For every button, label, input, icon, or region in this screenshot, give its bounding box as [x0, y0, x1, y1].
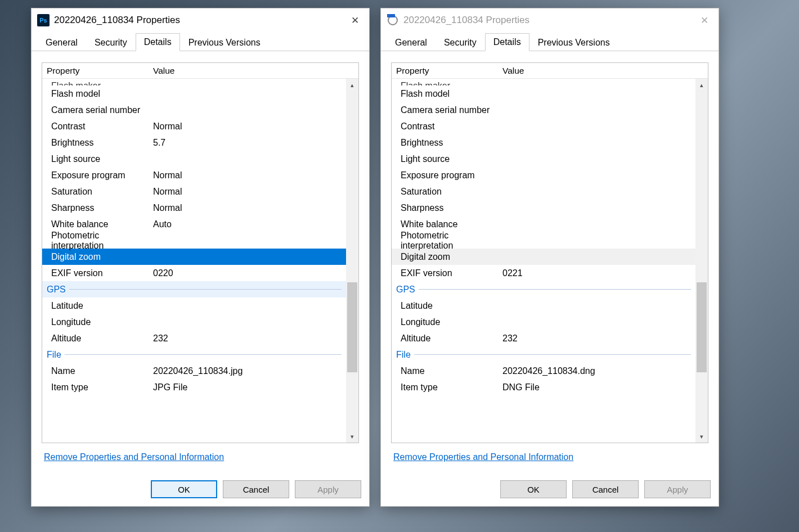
property-value: DNG File — [501, 382, 695, 393]
table-row[interactable]: Digital zoom — [392, 249, 695, 265]
table-row[interactable]: Longitude — [392, 314, 695, 330]
property-value: 20220426_110834.dng — [501, 366, 695, 376]
table-row[interactable]: Flash model — [392, 85, 695, 102]
grid-header[interactable]: PropertyValue — [42, 63, 358, 79]
property-name: Exposure program — [396, 170, 501, 181]
tab-details[interactable]: Details — [136, 33, 180, 51]
scroll-track[interactable] — [346, 91, 358, 430]
scroll-up-icon[interactable]: ▴ — [346, 79, 358, 91]
property-name: Brightness — [47, 138, 152, 148]
table-row[interactable]: Exposure programNormal — [42, 167, 346, 183]
close-icon[interactable]: ✕ — [347, 12, 363, 29]
property-name: Sharpness — [47, 203, 152, 213]
tab-security[interactable]: Security — [436, 34, 485, 51]
tab-strip: GeneralSecurityDetailsPrevious Versions — [381, 32, 719, 51]
table-row[interactable]: SaturationNormal — [42, 183, 346, 200]
table-row[interactable]: Item typeJPG File — [42, 379, 346, 395]
tab-previous-versions[interactable]: Previous Versions — [529, 34, 618, 51]
property-name: White balance — [47, 219, 152, 229]
table-row[interactable]: Brightness — [392, 134, 695, 151]
column-header-property[interactable]: Property — [42, 66, 152, 76]
scrollbar[interactable]: ▴▾ — [695, 79, 708, 443]
group-header[interactable]: GPS — [42, 281, 346, 297]
scroll-down-icon[interactable]: ▾ — [346, 430, 358, 443]
property-value: 20220426_110834.jpg — [152, 366, 346, 376]
titlebar[interactable]: 20220426_110834 Properties✕ — [381, 8, 719, 32]
property-name: Flash model — [396, 89, 501, 99]
table-row[interactable]: ContrastNormal — [42, 118, 346, 134]
table-row[interactable]: Saturation — [392, 183, 695, 200]
table-row[interactable]: Brightness5.7 — [42, 134, 346, 151]
table-row[interactable]: Light source — [42, 151, 346, 167]
table-row[interactable]: EXIF version0220 — [42, 265, 346, 281]
property-name: Item type — [47, 382, 152, 393]
scroll-up-icon[interactable]: ▴ — [695, 79, 708, 91]
property-name: Contrast — [396, 121, 501, 132]
property-name: Photometric interpretation — [396, 231, 501, 251]
tab-security[interactable]: Security — [86, 34, 136, 51]
table-row[interactable]: Camera serial number — [42, 102, 346, 118]
scroll-thumb[interactable] — [347, 282, 357, 372]
table-row[interactable]: Sharpness — [392, 200, 695, 216]
table-row[interactable]: Longitude — [42, 314, 346, 330]
column-header-value[interactable]: Value — [152, 66, 358, 76]
grid-header[interactable]: PropertyValue — [392, 63, 708, 79]
divider-line — [414, 354, 691, 355]
table-row[interactable]: SharpnessNormal — [42, 200, 346, 216]
remove-properties-link[interactable]: Remove Properties and Personal Informati… — [393, 452, 708, 462]
property-name: Light source — [396, 154, 501, 164]
scrollbar[interactable]: ▴▾ — [346, 79, 358, 443]
ok-button[interactable]: OK — [500, 480, 567, 498]
group-header[interactable]: File — [42, 346, 346, 363]
property-name: Sharpness — [396, 203, 501, 213]
tab-general[interactable]: General — [387, 34, 436, 51]
table-row[interactable]: Flash maker — [42, 79, 346, 85]
table-row[interactable]: Contrast — [392, 118, 695, 134]
dng-icon — [387, 14, 399, 26]
divider-line — [419, 289, 691, 290]
table-row[interactable]: Photometric interpretation — [42, 232, 346, 249]
table-row[interactable]: Flash maker — [392, 79, 695, 85]
table-row[interactable]: Name20220426_110834.jpg — [42, 363, 346, 379]
property-name: Item type — [396, 382, 501, 393]
table-row[interactable]: Photometric interpretation — [392, 232, 695, 249]
cancel-button[interactable]: Cancel — [572, 480, 639, 498]
group-header[interactable]: File — [392, 346, 695, 363]
table-row[interactable]: Altitude232 — [42, 330, 346, 346]
table-row[interactable]: Digital zoom — [42, 249, 346, 265]
table-row[interactable]: EXIF version0221 — [392, 265, 695, 281]
table-row[interactable]: Exposure program — [392, 167, 695, 183]
close-icon[interactable]: ✕ — [696, 12, 713, 29]
group-header[interactable]: GPS — [392, 281, 695, 297]
property-name: Photometric interpretation — [47, 231, 152, 251]
property-name: Longitude — [47, 317, 152, 327]
table-row[interactable]: Flash model — [42, 85, 346, 102]
table-row[interactable]: Latitude — [42, 297, 346, 314]
titlebar[interactable]: Ps20220426_110834 Properties✕ — [32, 8, 369, 32]
ok-button[interactable]: OK — [151, 480, 217, 498]
group-label: GPS — [47, 285, 69, 295]
window-title: 20220426_110834 Properties — [54, 15, 342, 26]
ps-icon: Ps — [37, 14, 50, 26]
scroll-thumb[interactable] — [697, 282, 707, 372]
table-row[interactable]: Camera serial number — [392, 102, 695, 118]
table-row[interactable]: Item typeDNG File — [392, 379, 695, 395]
scroll-down-icon[interactable]: ▾ — [695, 430, 708, 443]
cancel-button[interactable]: Cancel — [223, 480, 289, 498]
table-row[interactable]: Latitude — [392, 297, 695, 314]
table-row[interactable]: Light source — [392, 151, 695, 167]
tab-previous-versions[interactable]: Previous Versions — [180, 34, 269, 51]
property-name: Latitude — [47, 301, 152, 311]
remove-properties-link[interactable]: Remove Properties and Personal Informati… — [44, 452, 359, 462]
tab-details[interactable]: Details — [485, 33, 529, 51]
tab-general[interactable]: General — [37, 34, 86, 51]
table-row[interactable]: Name20220426_110834.dng — [392, 363, 695, 379]
column-header-value[interactable]: Value — [501, 66, 708, 76]
table-row[interactable]: Altitude232 — [392, 330, 695, 346]
group-label: File — [47, 350, 65, 360]
property-value: Normal — [152, 170, 346, 181]
group-label: GPS — [396, 285, 419, 295]
scroll-track[interactable] — [695, 91, 708, 430]
column-header-property[interactable]: Property — [392, 66, 501, 76]
apply-button: Apply — [295, 480, 361, 498]
